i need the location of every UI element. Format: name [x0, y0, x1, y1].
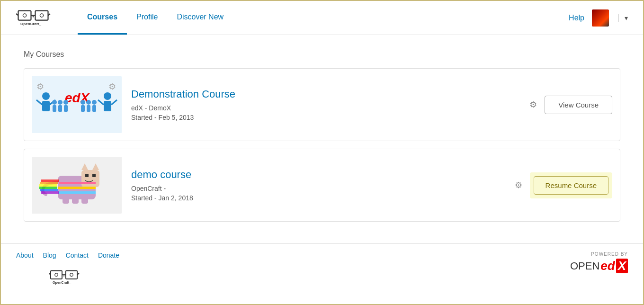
opencraft-logo-icon: OpenCraft_ [16, 7, 59, 29]
svg-rect-41 [58, 187, 96, 189]
svg-text:⚙: ⚙ [108, 82, 116, 91]
svg-point-21 [104, 92, 111, 100]
resume-course-button-demo2[interactable]: Resume Course [534, 176, 608, 195]
footer-logo-icon: OpenCraft_ [49, 267, 87, 287]
svg-point-7 [33, 16, 34, 17]
resume-highlight: Resume Course [530, 172, 612, 198]
svg-rect-47 [40, 182, 58, 184]
openedx-logo: OPEN ed X [570, 259, 628, 273]
svg-rect-50 [40, 189, 58, 191]
course-info-demo: Demonstration Course edX - DemoX Started… [131, 88, 520, 121]
footer-link-donate[interactable]: Donate [98, 251, 119, 259]
svg-point-17 [58, 100, 63, 105]
nav-item-profile[interactable]: Profile [127, 1, 167, 35]
footer-links: About Blog Contact Donate [16, 251, 119, 259]
svg-rect-40 [58, 182, 96, 184]
section-title: My Courses [24, 50, 620, 59]
view-course-button-demo[interactable]: View Course [545, 96, 612, 114]
course-thumbnail-demo: edX [32, 76, 122, 133]
svg-rect-38 [85, 174, 89, 177]
svg-rect-43 [63, 197, 69, 204]
svg-rect-45 [81, 197, 88, 204]
help-link[interactable]: Help [569, 14, 584, 22]
course-list: edX [24, 68, 620, 222]
course-org-demo: edX - DemoX [131, 104, 520, 112]
svg-rect-30 [92, 105, 96, 112]
svg-rect-42 [58, 191, 96, 194]
course-thumbnail-image-demo2 [32, 157, 122, 214]
svg-point-6 [40, 14, 43, 17]
course-settings-icon-demo[interactable]: ⚙ [529, 99, 537, 110]
svg-rect-28 [87, 105, 90, 112]
course-thumbnail-image-demo: edX [32, 76, 122, 133]
footer: About Blog Contact Donate OpenCraft_ POW… [1, 243, 643, 295]
course-settings-icon-demo2[interactable]: ⚙ [515, 180, 522, 190]
svg-point-29 [92, 100, 97, 105]
course-card-demo: edX [24, 68, 620, 141]
svg-rect-22 [104, 101, 111, 111]
openedx-open-text: OPEN [570, 260, 599, 272]
header-right: Help ▾ [569, 9, 628, 27]
footer-link-about[interactable]: About [16, 251, 34, 259]
svg-point-5 [23, 14, 26, 17]
svg-rect-46 [41, 179, 59, 182]
svg-rect-26 [81, 105, 85, 112]
course-info-demo2: demo course OpenCraft - Started - Jan 2,… [131, 169, 505, 202]
svg-rect-18 [58, 105, 62, 112]
course-card-demo2: demo course OpenCraft - Started - Jan 2,… [24, 149, 620, 222]
svg-text:OpenCraft_: OpenCraft_ [53, 280, 72, 285]
svg-point-58 [70, 273, 73, 276]
svg-rect-35 [81, 170, 99, 187]
logo-area: OpenCraft_ [16, 7, 59, 29]
course-title-demo2: demo course [131, 169, 505, 181]
svg-point-27 [86, 100, 91, 105]
avatar-image [592, 9, 609, 27]
header: OpenCraft_ Courses Profile Discover New … [1, 1, 643, 35]
svg-rect-1 [36, 10, 48, 20]
svg-text:OpenCraft_: OpenCraft_ [20, 22, 41, 26]
course-date-demo2: Started - Jan 2, 2018 [131, 194, 505, 202]
svg-point-25 [80, 100, 85, 105]
svg-rect-48 [39, 184, 57, 187]
course-date-demo: Started - Feb 5, 2013 [131, 114, 520, 121]
footer-opencraft-logo: OpenCraft_ [16, 267, 119, 287]
svg-point-15 [52, 100, 57, 105]
nav-item-discover-new[interactable]: Discover New [167, 1, 233, 35]
svg-point-19 [63, 100, 68, 105]
openedx-x-text: X [616, 259, 628, 273]
svg-rect-53 [66, 270, 77, 279]
course-thumbnail-demo2 [32, 157, 122, 214]
footer-right: POWERED BY OPEN ed X [570, 251, 628, 273]
svg-point-59 [63, 275, 64, 276]
svg-rect-20 [64, 105, 68, 112]
course-actions-demo: ⚙ View Course [529, 96, 612, 114]
svg-point-11 [42, 92, 50, 100]
course-org-demo2: OpenCraft - [131, 185, 505, 192]
svg-rect-12 [42, 101, 50, 111]
footer-link-blog[interactable]: Blog [43, 251, 56, 259]
nav-item-courses[interactable]: Courses [78, 1, 127, 35]
svg-rect-39 [92, 174, 96, 177]
main-content: My Courses edX [1, 35, 643, 243]
svg-rect-51 [41, 191, 59, 194]
svg-rect-52 [51, 270, 62, 279]
course-actions-demo2: ⚙ Resume Course [515, 172, 612, 198]
course-title-demo: Demonstration Course [131, 88, 520, 100]
user-dropdown-arrow[interactable]: ▾ [618, 14, 628, 22]
svg-rect-16 [53, 105, 56, 112]
svg-text:⚙: ⚙ [36, 82, 44, 91]
svg-point-57 [55, 273, 58, 276]
main-nav: Courses Profile Discover New [78, 1, 233, 35]
svg-rect-49 [39, 187, 57, 189]
footer-left: About Blog Contact Donate OpenCraft_ [16, 251, 119, 287]
svg-rect-0 [18, 10, 31, 20]
avatar[interactable] [592, 9, 609, 27]
svg-rect-44 [72, 197, 79, 204]
footer-link-contact[interactable]: Contact [66, 251, 89, 259]
openedx-ed-text: ed [600, 259, 615, 273]
powered-by-label: POWERED BY [591, 251, 628, 257]
